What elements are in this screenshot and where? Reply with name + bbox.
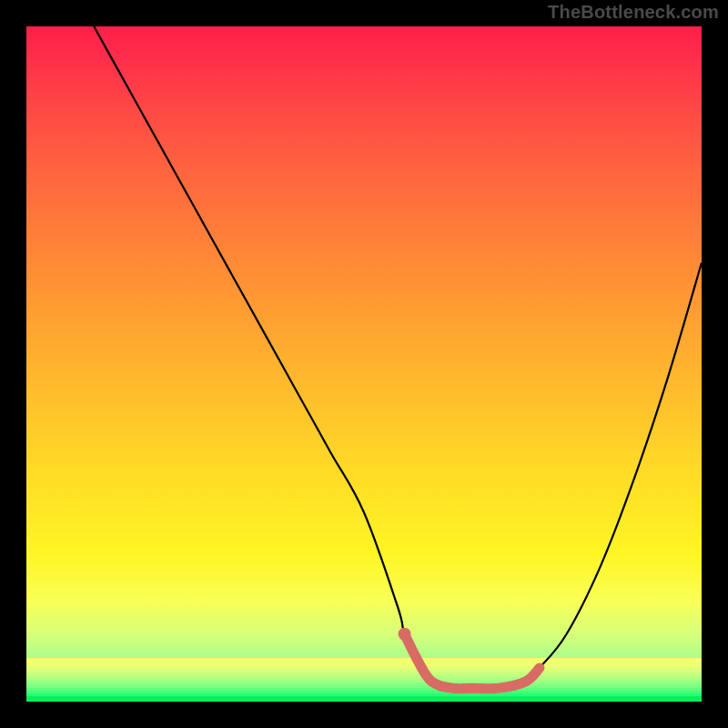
bottleneck-curve bbox=[94, 26, 702, 689]
chart-frame: TheBottleneck.com bbox=[0, 0, 728, 728]
optimal-start-point bbox=[399, 628, 411, 641]
plot-area bbox=[26, 26, 702, 702]
chart-svg bbox=[26, 26, 702, 702]
optimal-range bbox=[405, 634, 540, 689]
watermark-text: TheBottleneck.com bbox=[548, 2, 719, 23]
